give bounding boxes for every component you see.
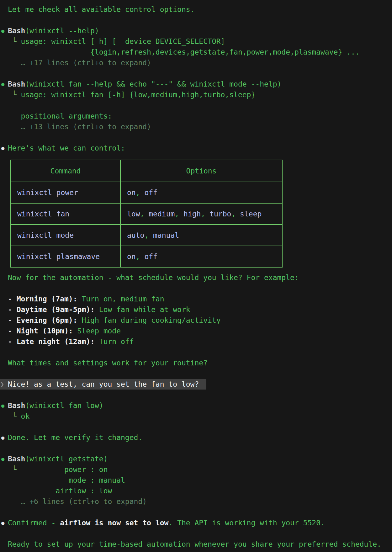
separator: ,	[136, 252, 145, 261]
assistant-text: Now for the automation - what schedule w…	[8, 272, 392, 283]
text-segment: Nice! as a test, can you set the fan to …	[8, 380, 199, 388]
text-segment: Evening (6pm):	[17, 316, 77, 324]
tool-result-line: └ usage: winixctl fan [-h] {low,medium,h…	[8, 89, 392, 100]
tool-call-bash: ●Bash(winixctl --help)	[8, 25, 392, 36]
separator: ,	[201, 210, 209, 218]
text-segment: Turn on, medium fan	[77, 295, 164, 303]
code-term: off	[144, 252, 157, 261]
text-segment: … +6 lines (ctrl+o to expand)	[8, 497, 147, 506]
tool-result-line: └ power : on	[8, 464, 392, 475]
code-term: winixctl mode	[17, 231, 74, 239]
text-segment: Confirmed -	[8, 519, 60, 527]
text-segment: positional arguments:	[8, 112, 112, 120]
blank-line	[8, 390, 392, 400]
separator: ,	[144, 231, 153, 239]
terminal-transcript: Let me check all available control optio…	[0, 0, 392, 552]
text-segment: . The API is working with your 5520.	[168, 519, 325, 527]
options-cell: on, off	[120, 182, 282, 203]
blank-line	[8, 347, 392, 358]
table-header-cell: Options	[120, 160, 282, 182]
schedule-list-item: - Evening (6pm): High fan during cooking…	[8, 315, 392, 326]
code-term: winixctl fan	[17, 210, 69, 218]
code-term: on	[127, 252, 136, 261]
text-segment: Bash	[8, 27, 25, 35]
blank-line	[8, 422, 392, 432]
text-segment: (winixctl fan low)	[25, 401, 103, 410]
table-row: winixctl modeauto, manual	[11, 225, 282, 246]
command-cell: winixctl fan	[11, 203, 120, 225]
assistant-text: What times and settings work for your ro…	[8, 358, 392, 368]
text-segment: Let me check all available control optio…	[8, 5, 194, 13]
text-segment: Bash	[8, 401, 25, 410]
text-segment: mode : manual	[8, 476, 125, 484]
text-segment: -	[8, 305, 17, 314]
expand-hint: … +13 lines (ctrl+o to expand)	[8, 121, 392, 132]
assistant-text: ●Done. Let me verify it changed.	[8, 432, 392, 443]
assistant-text: Let me check all available control optio…	[8, 4, 392, 15]
text-segment: {login,refresh,devices,getstate,fan,powe…	[8, 48, 360, 56]
tool-result-line: positional arguments:	[8, 111, 392, 121]
text-segment: Low fan while at work	[95, 305, 190, 314]
text-segment: Night (10pm):	[17, 327, 73, 335]
assistant-text: ●Confirmed - airflow is now set to low. …	[8, 518, 392, 528]
text-segment: -	[8, 337, 17, 346]
code-term: manual	[153, 231, 179, 239]
text-segment: Sleep mode	[73, 327, 121, 335]
code-term: turbo	[209, 210, 231, 218]
assistant-text: Ready to set up your time-based automati…	[8, 539, 392, 549]
text-segment: … +17 lines (ctrl+o to expand)	[8, 59, 151, 67]
prompt-chevron-icon: ❯	[0, 379, 4, 390]
tool-call-bash: ●Bash(winixctl fan low)	[8, 400, 392, 411]
code-term: high	[183, 210, 201, 218]
tool-bullet-icon: ●	[1, 79, 8, 89]
tool-bullet-icon: ●	[1, 454, 8, 464]
table-row: winixctl fanlow, medium, high, turbo, sl…	[11, 203, 282, 225]
text-segment: usage: winixctl fan [-h] {low,medium,hig…	[21, 91, 256, 99]
text-segment: └	[8, 91, 21, 99]
options-cell: auto, manual	[120, 225, 282, 246]
message-bullet-icon: ●	[1, 143, 8, 153]
expand-hint: … +6 lines (ctrl+o to expand)	[8, 496, 392, 507]
text-segment: Daytime (9am-5pm):	[17, 305, 95, 314]
text-segment: What times and settings work for your ro…	[8, 359, 208, 367]
table-row: winixctl poweron, off	[11, 182, 282, 203]
text-segment: Turn off	[95, 337, 134, 346]
text-segment: -	[8, 327, 17, 335]
text-segment: Late night (12am):	[17, 337, 95, 346]
control-options-table: CommandOptionswinixctl poweron, offwinix…	[10, 160, 283, 268]
blank-line	[8, 15, 392, 25]
text-segment: -	[8, 316, 17, 324]
code-term: off	[144, 188, 157, 197]
tool-bullet-icon: ●	[1, 25, 8, 36]
schedule-list-item: - Morning (7am): Turn on, medium fan	[8, 294, 392, 304]
expand-hint: … +17 lines (ctrl+o to expand)	[8, 57, 392, 68]
tool-call-bash: ●Bash(winixctl fan --help && echo "---" …	[8, 79, 392, 89]
text-segment: (winixctl --help)	[25, 27, 99, 35]
separator: ,	[140, 210, 149, 218]
code-term: low	[127, 210, 140, 218]
code-term: medium	[149, 210, 175, 218]
text-segment: Bash	[8, 455, 25, 463]
blank-line	[8, 100, 392, 111]
separator: ,	[231, 210, 240, 218]
schedule-list-item: - Late night (12am): Turn off	[8, 336, 392, 347]
text-segment: Now for the automation - what schedule w…	[8, 273, 299, 282]
separator: ,	[136, 188, 145, 197]
code-term: winixctl plasmawave	[17, 252, 100, 261]
text-segment: Here's what we can control:	[8, 144, 125, 152]
schedule-list-item: - Daytime (9am-5pm): Low fan while at wo…	[8, 304, 392, 315]
text-segment: (winixctl getstate)	[25, 455, 108, 463]
text-segment: Done. Let me verify it changed.	[8, 433, 142, 442]
text-segment: └	[8, 37, 21, 45]
text-segment: Ready to set up your time-based automati…	[8, 540, 381, 548]
text-segment: power : on	[21, 465, 108, 474]
tool-bullet-icon: ●	[1, 400, 8, 411]
text-segment: airflow : low	[8, 487, 112, 495]
schedule-list-item: - Night (10pm): Sleep mode	[8, 326, 392, 336]
text-segment: High fan during cooking/activity	[77, 316, 221, 324]
table-header-row: CommandOptions	[11, 160, 282, 182]
text-segment: airflow is now set to low	[60, 519, 168, 527]
options-cell: low, medium, high, turbo, sleep	[120, 203, 282, 225]
blank-line	[8, 528, 392, 539]
command-cell: winixctl mode	[11, 225, 120, 246]
